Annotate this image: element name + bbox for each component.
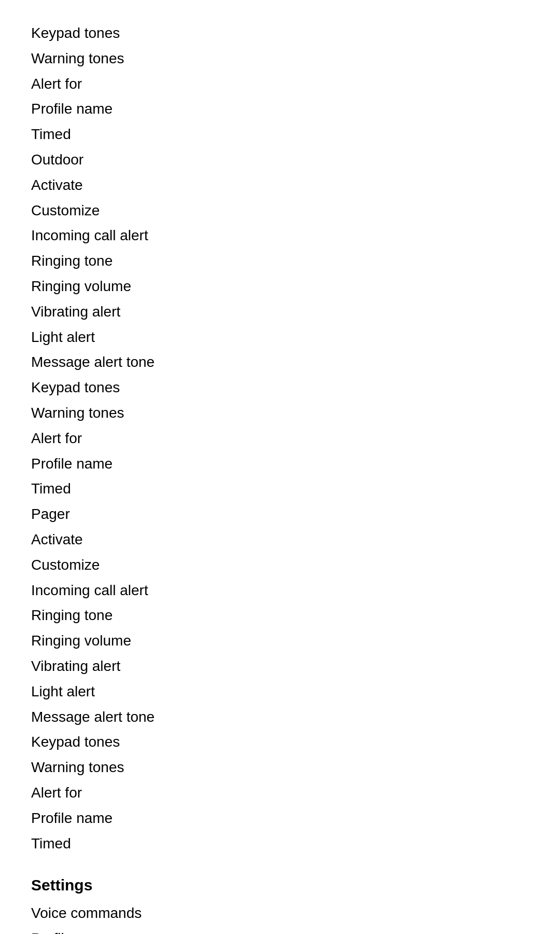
menu-item: Vibrating alert [31,299,529,325]
menu-item: Activate [31,173,529,198]
settings-item: Voice commands [31,901,529,926]
menu-item: Keypad tones [31,730,529,755]
menu-item: Ringing tone [31,249,529,274]
menu-item: Profile name [31,451,529,477]
menu-item: Customize [31,553,529,578]
menu-item: Keypad tones [31,21,529,46]
settings-header: Settings [31,872,529,899]
top-menu-items: Keypad tonesWarning tonesAlert forProfil… [31,21,529,856]
menu-item: Timed [31,831,529,857]
menu-item: Warning tones [31,46,529,72]
menu-item: Timed [31,476,529,502]
menu-item: Incoming call alert [31,578,529,603]
menu-item: Vibrating alert [31,654,529,679]
menu-item: Warning tones [31,401,529,426]
menu-item: Alert for [31,780,529,806]
menu-item: Ringing volume [31,274,529,299]
menu-item: Ringing tone [31,603,529,628]
menu-item: Pager [31,502,529,527]
settings-item: Profiles [31,926,529,934]
menu-item: Profile name [31,806,529,831]
menu-item: Activate [31,527,529,553]
menu-item: Customize [31,198,529,224]
menu-item: Alert for [31,426,529,451]
menu-item: Outdoor [31,147,529,173]
menu-item: Message alert tone [31,705,529,730]
menu-item: Alert for [31,72,529,97]
menu-item: Incoming call alert [31,223,529,249]
page-content: Keypad tonesWarning tonesAlert forProfil… [0,0,560,934]
menu-item: Warning tones [31,755,529,780]
menu-tree: Keypad tonesWarning tonesAlert forProfil… [31,21,529,934]
menu-item: Light alert [31,679,529,705]
menu-item: Keypad tones [31,375,529,401]
menu-item: Profile name [31,97,529,122]
menu-item: Ringing volume [31,628,529,654]
menu-item: Timed [31,122,529,147]
settings-section: Settings Voice commandsProfilesNormalSil… [31,872,529,934]
menu-item: Light alert [31,325,529,350]
menu-item: Message alert tone [31,350,529,375]
